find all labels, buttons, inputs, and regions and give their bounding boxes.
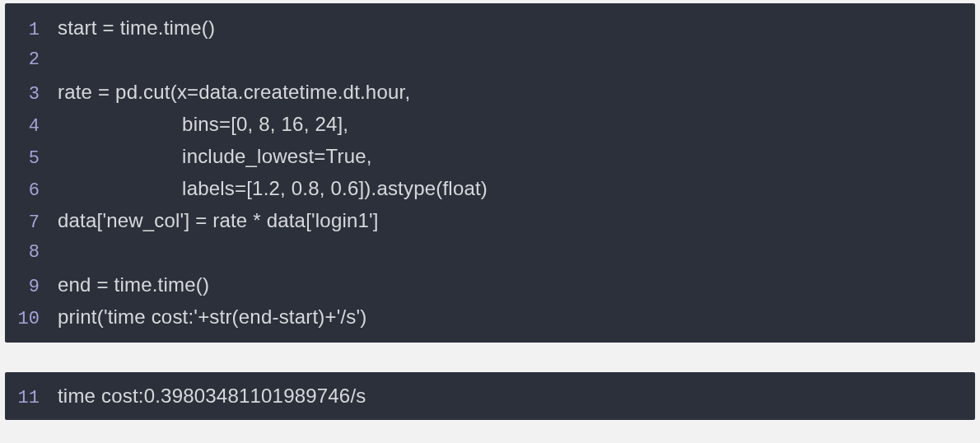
code-text: include_lowest=True,	[58, 140, 975, 172]
code-line: 6 labels=[1.2, 0.8, 0.6]).astype(float)	[5, 172, 975, 204]
code-line: 8	[5, 236, 975, 268]
code-text: data['new_col'] = rate * data['login1']	[58, 204, 975, 236]
line-number: 9	[5, 271, 58, 303]
code-line: 1 start = time.time()	[5, 12, 975, 44]
code-line: 3 rate = pd.cut(x=data.createtime.dt.hou…	[5, 76, 975, 108]
line-number: 6	[5, 175, 58, 207]
code-line: 2	[5, 44, 975, 76]
code-text: print('time cost:'+str(end-start)+'/s')	[58, 301, 975, 333]
line-number: 4	[5, 110, 58, 142]
code-input-block[interactable]: 1 start = time.time() 2 3 rate = pd.cut(…	[5, 3, 975, 343]
line-number: 10	[5, 303, 58, 335]
code-text: start = time.time()	[58, 12, 975, 44]
output-text: time cost:0.39803481101989746/s	[58, 379, 975, 413]
code-line: 5 include_lowest=True,	[5, 140, 975, 172]
line-number: 5	[5, 142, 58, 175]
line-number: 11	[5, 381, 58, 416]
code-output-block: 11 time cost:0.39803481101989746/s	[5, 372, 975, 420]
line-number: 7	[5, 207, 58, 239]
code-line: 9 end = time.time()	[5, 268, 975, 301]
output-line: 11 time cost:0.39803481101989746/s	[5, 379, 975, 413]
line-number: 1	[5, 14, 58, 46]
code-text: labels=[1.2, 0.8, 0.6]).astype(float)	[58, 172, 975, 204]
line-number: 8	[5, 236, 58, 268]
page-root: 1 start = time.time() 2 3 rate = pd.cut(…	[0, 0, 980, 428]
code-line: 7 data['new_col'] = rate * data['login1'…	[5, 204, 975, 236]
code-text: end = time.time()	[58, 268, 975, 301]
code-text: rate = pd.cut(x=data.createtime.dt.hour,	[58, 76, 975, 108]
line-number: 2	[5, 44, 58, 76]
code-line: 4 bins=[0, 8, 16, 24],	[5, 108, 975, 140]
code-text: bins=[0, 8, 16, 24],	[58, 108, 975, 140]
code-line: 10 print('time cost:'+str(end-start)+'/s…	[5, 301, 975, 333]
line-number: 3	[5, 78, 58, 110]
